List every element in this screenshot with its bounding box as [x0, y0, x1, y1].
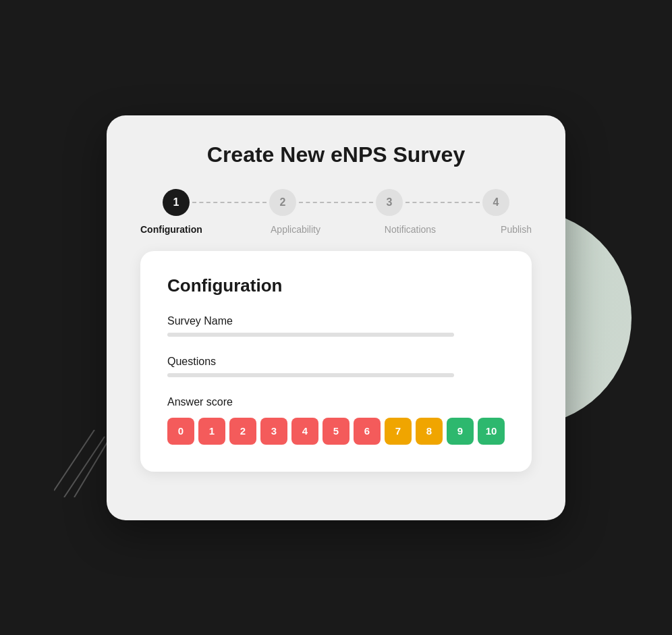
step-label-applicability: Applicability [262, 224, 329, 235]
step-line-2-3 [299, 202, 373, 203]
score-btn-3[interactable]: 3 [260, 418, 287, 445]
configuration-card: Configuration Survey Name Questions Answ… [140, 251, 532, 472]
step-1-circle[interactable]: 1 [163, 189, 190, 216]
step-label-notifications: Notifications [370, 224, 451, 235]
score-buttons-container: 012345678910 [167, 418, 505, 445]
configuration-title: Configuration [167, 275, 505, 296]
step-labels: Configuration Applicability Notification… [140, 224, 532, 235]
lines-decoration [54, 430, 115, 500]
step-2-circle[interactable]: 2 [269, 189, 296, 216]
score-btn-8[interactable]: 8 [416, 418, 443, 445]
page-title: Create New eNPS Survey [140, 142, 532, 167]
score-btn-9[interactable]: 9 [447, 418, 474, 445]
questions-bar [167, 373, 454, 377]
score-btn-10[interactable]: 10 [478, 418, 505, 445]
score-btn-1[interactable]: 1 [198, 418, 225, 445]
answer-score-label: Answer score [167, 396, 505, 408]
score-btn-2[interactable]: 2 [229, 418, 256, 445]
step-line-3-4 [405, 202, 480, 203]
step-line-1-2 [192, 202, 267, 203]
score-btn-4[interactable]: 4 [291, 418, 318, 445]
score-btn-5[interactable]: 5 [323, 418, 349, 445]
step-3-circle[interactable]: 3 [376, 189, 403, 216]
step-label-configuration: Configuration [140, 224, 221, 235]
score-btn-7[interactable]: 7 [385, 418, 412, 445]
step-label-publish: Publish [491, 224, 532, 235]
main-card: Create New eNPS Survey 1 2 3 4 Configura… [107, 115, 565, 520]
stepper: 1 2 3 4 [140, 189, 532, 216]
survey-name-bar [167, 333, 454, 337]
step-4-circle[interactable]: 4 [482, 189, 509, 216]
survey-name-label: Survey Name [167, 315, 505, 327]
score-btn-0[interactable]: 0 [167, 418, 194, 445]
score-btn-6[interactable]: 6 [354, 418, 381, 445]
questions-label: Questions [167, 356, 505, 368]
